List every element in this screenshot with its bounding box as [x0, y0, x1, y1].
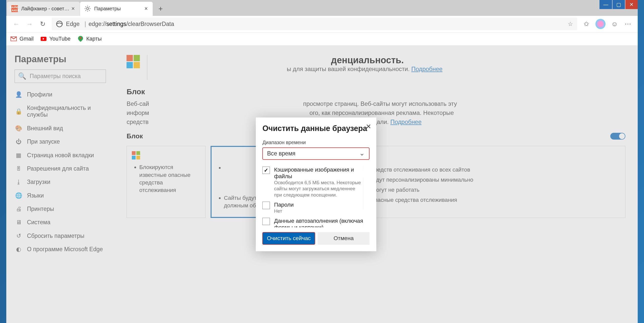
toggle-label: Блок: [127, 132, 143, 140]
option-autofill[interactable]: Данные автозаполнения (включая формы и к…: [262, 216, 364, 227]
sidebar-item-newtab[interactable]: ▦Страница новой вкладки: [10, 148, 111, 162]
profile-avatar[interactable]: [595, 19, 606, 29]
toolbar: ← → ↻ Edge | edge://settings/clearBrowse…: [6, 16, 638, 33]
lock-icon: 🔒: [15, 108, 22, 115]
window-controls: — ▢ ✕: [599, 0, 638, 9]
maps-icon: [77, 36, 84, 42]
sidebar-item-system[interactable]: 🖥Система: [10, 216, 111, 229]
card-basic[interactable]: Блокируются известные опасные средства о…: [127, 146, 206, 218]
close-icon[interactable]: ×: [143, 5, 149, 12]
sidebar-item-languages[interactable]: 🌐Языки: [10, 189, 111, 202]
privacy-heading: XXXXXXXXXXXXXXXXXXXXXXXXXXXXXденциальнос…: [154, 55, 625, 66]
download-icon: ⭳: [15, 179, 22, 185]
microsoft-logo: [127, 55, 140, 68]
sidebar-item-privacy[interactable]: 🔒Конфиденциальность и службы: [10, 101, 111, 121]
person-icon: 👤: [15, 91, 22, 98]
svg-point-1: [56, 21, 62, 27]
scrollbar-thumb[interactable]: [364, 177, 370, 210]
blocking-heading: Блок: [127, 87, 625, 96]
learn-more-link[interactable]: Подробнее: [411, 66, 442, 72]
address-label: Edge: [66, 21, 79, 27]
dialog-buttons: Очистить сейчас Отмена: [262, 232, 370, 245]
reset-icon: ↺: [15, 233, 22, 239]
tabs-strip: ЛАЙФХАКЕР Лайфхакер - советы и лайфхаки …: [6, 0, 167, 16]
dialog-close-button[interactable]: ✕: [366, 122, 371, 131]
checkbox-icon[interactable]: [262, 167, 270, 174]
search-icon: 🔍: [18, 72, 26, 80]
checkbox-icon[interactable]: [262, 218, 270, 225]
sliders-icon: 🎚: [15, 165, 22, 172]
tracking-toggle[interactable]: [610, 133, 625, 139]
tab-title: Параметры: [94, 6, 143, 12]
cancel-button[interactable]: Отмена: [318, 232, 370, 245]
tab-lifehacker[interactable]: ЛАЙФХАКЕР Лайфхакер - советы и лайфхаки …: [7, 2, 80, 16]
sidebar-item-about[interactable]: ◐О программе Microsoft Edge: [10, 243, 111, 256]
bookmarks-bar: Gmail YouTube Карты: [6, 33, 638, 46]
edge-icon: [56, 21, 63, 27]
more-menu-icon[interactable]: ⋯: [621, 17, 634, 31]
favorites-icon[interactable]: ✩: [580, 17, 593, 31]
sidebar-item-startup[interactable]: ⏻При запуске: [10, 135, 111, 148]
printer-icon: 🖨: [15, 206, 22, 212]
globe-icon: 🌐: [15, 192, 22, 199]
refresh-button[interactable]: ↻: [36, 17, 50, 31]
minimize-button[interactable]: —: [599, 0, 612, 9]
clear-options-list: ▲ ▼ Кэшированные изображения и файлыОсво…: [262, 165, 370, 227]
palette-icon: 🎨: [15, 125, 22, 132]
back-button[interactable]: ←: [10, 17, 23, 31]
browser-window: ЛАЙФХАКЕР Лайфхакер - советы и лайфхаки …: [6, 0, 638, 323]
gear-icon: [84, 5, 91, 12]
grid-icon: ▦: [15, 152, 22, 158]
bookmark-maps[interactable]: Карты: [77, 36, 102, 42]
scroll-up-icon[interactable]: ▲: [364, 165, 370, 171]
favorite-star-icon[interactable]: ☆: [568, 21, 573, 27]
option-passwords[interactable]: ПаролиНет: [262, 200, 364, 216]
settings-search[interactable]: 🔍: [15, 70, 106, 83]
close-icon[interactable]: ×: [70, 5, 76, 12]
tab-settings[interactable]: Параметры ×: [80, 2, 153, 16]
sidebar-item-permissions[interactable]: 🎚Разрешения для сайта: [10, 162, 111, 175]
svg-point-4: [80, 37, 82, 39]
lifehacker-favicon: ЛАЙФХАКЕР: [11, 5, 18, 12]
address-url: edge://settings/clearBrowserData: [89, 21, 174, 27]
privacy-subtitle: XXXXXXXXXXXXXXXXXXXXXXXXXXXXXXXXXы для з…: [154, 66, 625, 73]
bookmark-gmail[interactable]: Gmail: [10, 36, 33, 42]
maximize-button[interactable]: ▢: [613, 0, 625, 9]
checkbox-icon[interactable]: [262, 202, 270, 209]
search-input[interactable]: [30, 73, 102, 80]
gmail-icon: [10, 36, 17, 42]
dialog-title: Очистить данные браузера: [262, 124, 370, 133]
svg-point-0: [87, 8, 89, 10]
sidebar-item-downloads[interactable]: ⭳Загрузки: [10, 175, 111, 189]
titlebar: ЛАЙФХАКЕР Лайфхакер - советы и лайфхаки …: [6, 0, 638, 16]
scrollbar-track[interactable]: [364, 165, 370, 227]
sidebar-item-reset[interactable]: ↺Сбросить параметры: [10, 229, 111, 243]
bookmark-youtube[interactable]: YouTube: [40, 36, 71, 42]
address-separator: |: [85, 21, 86, 27]
monitor-icon: 🖥: [15, 219, 22, 226]
sidebar-item-printers[interactable]: 🖨Принтеры: [10, 202, 111, 216]
forward-button[interactable]: →: [23, 17, 36, 31]
sidebar-item-profiles[interactable]: 👤Профили: [10, 88, 111, 101]
window-close-button[interactable]: ✕: [625, 0, 638, 9]
sidebar-item-appearance[interactable]: 🎨Внешний вид: [10, 122, 111, 135]
smile-icon[interactable]: ☺: [608, 17, 621, 31]
learn-more-link[interactable]: Подробнее: [390, 118, 422, 125]
edge-icon: ◐: [15, 246, 22, 252]
content-area: Параметры 🔍 👤Профили 🔒Конфиденциальность…: [6, 46, 638, 323]
scroll-down-icon[interactable]: ▼: [364, 221, 370, 227]
page-title: Параметры: [10, 54, 111, 70]
address-bar[interactable]: Edge | edge://settings/clearBrowserData …: [52, 18, 577, 30]
time-range-dropdown[interactable]: Все время: [262, 147, 370, 160]
clear-data-dialog: ✕ Очистить данные браузера Диапазон врем…: [256, 117, 376, 251]
clear-now-button[interactable]: Очистить сейчас: [262, 232, 315, 245]
time-range-label: Диапазон времени: [262, 140, 370, 145]
power-icon: ⏻: [15, 138, 22, 145]
youtube-icon: [40, 36, 47, 42]
option-cache[interactable]: Кэшированные изображения и файлыОсвободи…: [262, 165, 364, 200]
tab-title: Лайфхакер - советы и лайфхаки: [21, 6, 70, 12]
settings-sidebar: Параметры 🔍 👤Профили 🔒Конфиденциальность…: [6, 46, 114, 323]
new-tab-button[interactable]: +: [155, 3, 166, 15]
